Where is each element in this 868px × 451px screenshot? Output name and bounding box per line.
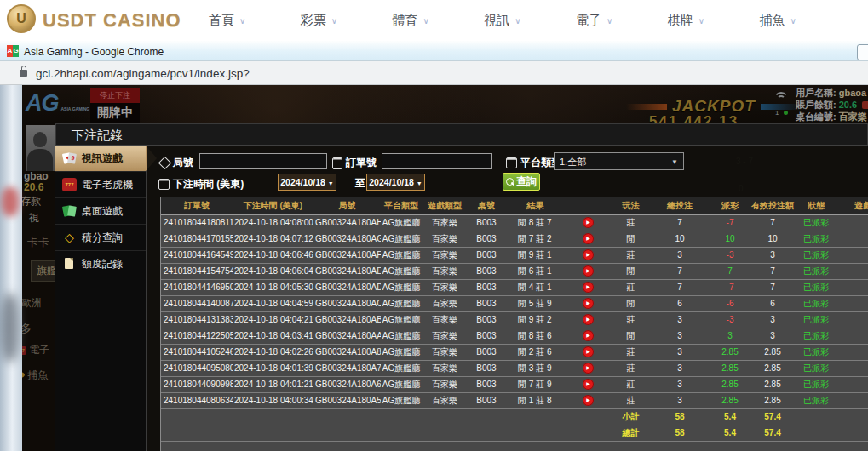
search-button[interactable]: 查詢 bbox=[503, 173, 540, 191]
replay-button[interactable]: ▶ bbox=[583, 265, 594, 277]
cell-extra: - bbox=[837, 296, 868, 311]
date-from-value: 2024/10/18 bbox=[280, 177, 325, 187]
cell-total: 7 bbox=[650, 215, 710, 231]
cell-status: 已派彩 bbox=[795, 296, 837, 311]
cell-total: 6 bbox=[650, 296, 710, 311]
summary-label: 總計 bbox=[612, 425, 650, 441]
favicon-a: A bbox=[7, 45, 13, 57]
replay-button[interactable]: ▶ bbox=[583, 233, 594, 244]
nav-item-fishing[interactable]: 捕魚∨ bbox=[760, 13, 796, 29]
cell-game: 百家樂 bbox=[422, 328, 468, 344]
menu-item-slots[interactable]: 777 電子老虎機 bbox=[55, 172, 146, 198]
menu-label: 視訊遊戲 bbox=[82, 151, 123, 166]
replay-button[interactable]: ▶ bbox=[583, 330, 594, 341]
chevron-down-icon: ∨ bbox=[606, 16, 612, 26]
platform-type-select[interactable]: 1.全部 ▼ bbox=[554, 152, 684, 170]
column-header: 遊戲檢視 bbox=[837, 197, 868, 214]
cell-valid: 57.4 bbox=[750, 409, 795, 425]
url-text[interactable]: gci.2hhapi.com/agingame/pcv1/index.jsp? bbox=[36, 67, 250, 80]
cell-platform: AG旗艦廳 bbox=[381, 231, 422, 247]
cell-round: GB00324A180AD bbox=[313, 280, 381, 295]
cell-result: 閒 3 莊 9 bbox=[505, 361, 565, 376]
cell-table: B003 bbox=[468, 361, 505, 376]
cell-game bbox=[422, 409, 468, 425]
table-row: 2410180441313832024-10-18 04:04:21GB0032… bbox=[161, 312, 868, 328]
nav-label: 首頁 bbox=[209, 13, 234, 29]
menu-item-live-games[interactable]: ♥9 視訊遊戲 bbox=[55, 146, 146, 172]
nav-label: 棋牌 bbox=[668, 13, 693, 29]
cell-table: B003 bbox=[468, 312, 505, 328]
menu-item-quota-records[interactable]: 額度記錄 bbox=[55, 251, 146, 277]
replay-button[interactable]: ▶ bbox=[583, 282, 594, 293]
order-number-input[interactable] bbox=[382, 153, 492, 169]
nav-item-cards[interactable]: 棋牌∨ bbox=[668, 13, 704, 29]
cell-order: 241018044122505 bbox=[161, 328, 233, 344]
cell-platform bbox=[381, 425, 422, 441]
cell-table: B003 bbox=[468, 345, 505, 360]
date-from-picker[interactable]: 2024/10/18 ▼ bbox=[278, 174, 336, 191]
dropdown-arrow-icon: ▼ bbox=[328, 180, 334, 186]
tag-icon bbox=[158, 157, 172, 170]
background-blob bbox=[2, 187, 19, 216]
replay-button[interactable]: ▶ bbox=[583, 298, 594, 309]
replay-button[interactable]: ▶ bbox=[583, 217, 594, 228]
cell-game bbox=[422, 425, 468, 441]
cell-order: 241018044131383 bbox=[161, 312, 233, 328]
round-number-input[interactable] bbox=[199, 153, 327, 169]
date-to-picker[interactable]: 2024/10/18 ▼ bbox=[366, 174, 425, 191]
cell-payout: 7 bbox=[710, 264, 750, 279]
cell-order: 241018044095080 bbox=[161, 361, 233, 376]
table-row: 2410180440806342024-10-18 04:00:34GB0032… bbox=[161, 393, 868, 409]
cell-payout: 2.85 bbox=[710, 393, 750, 408]
total-row: 總計585.457.4 bbox=[161, 425, 868, 442]
nav-label: 捕魚 bbox=[760, 13, 785, 29]
menu-item-points[interactable]: ◇ 積分查詢 bbox=[55, 225, 146, 251]
cell-round: GB00324A180A7 bbox=[313, 361, 381, 376]
cell-result: 閒 4 莊 1 bbox=[505, 280, 565, 295]
window-control-button[interactable] bbox=[857, 44, 868, 60]
table-row: 2410180441225052024-10-18 04:03:41GB0032… bbox=[161, 328, 868, 345]
nav-item-sports[interactable]: 體育∨ bbox=[393, 13, 429, 29]
cell-status: 已派彩 bbox=[795, 312, 837, 328]
cell-time: 2024-10-18 04:02:26 bbox=[233, 345, 313, 360]
cell-valid: 7 bbox=[750, 215, 795, 231]
cell-platform: AG旗艦廳 bbox=[381, 248, 422, 263]
column-header: 下注時間 (美東) bbox=[233, 197, 313, 214]
bet-time-filter-label: 下注時間 (美東) bbox=[158, 177, 244, 191]
replay-button[interactable]: ▶ bbox=[583, 346, 594, 357]
cell-table: B003 bbox=[468, 280, 505, 295]
cell-extra: - bbox=[837, 361, 868, 376]
replay-button[interactable]: ▶ bbox=[583, 363, 594, 374]
replay-button[interactable]: ▶ bbox=[583, 249, 594, 260]
cell-bet_on: 莊 bbox=[612, 377, 650, 392]
nav-item-home[interactable]: 首頁∨ bbox=[209, 13, 245, 29]
table-row: 2410180441400872024-10-18 04:04:59GB0032… bbox=[161, 296, 868, 312]
menu-item-table-games[interactable]: 桌面遊戲 bbox=[55, 198, 146, 225]
cell-payout: 2.85 bbox=[710, 377, 750, 392]
cell-replay bbox=[565, 425, 612, 441]
cell-valid: 3 bbox=[750, 328, 795, 344]
replay-button[interactable]: ▶ bbox=[583, 314, 594, 325]
cell-order: 241018044170155 bbox=[161, 231, 233, 247]
replay-button[interactable]: ▶ bbox=[583, 395, 594, 406]
cell-total: 3 bbox=[650, 393, 710, 408]
nav-item-lottery[interactable]: 彩票∨ bbox=[301, 13, 337, 29]
cell-result bbox=[505, 409, 565, 425]
cell-payout: 2.85 bbox=[710, 345, 750, 360]
cell-replay: ▶ bbox=[565, 231, 612, 247]
cell-order bbox=[161, 425, 233, 441]
table-row: 2410180441469502024-10-18 04:05:30GB0032… bbox=[161, 280, 868, 296]
nav-item-slots[interactable]: 電子∨ bbox=[576, 13, 612, 29]
column-header: 總投注 bbox=[650, 197, 710, 214]
date-to-value: 2024/10/18 bbox=[369, 177, 414, 187]
cell-payout: 3 bbox=[710, 328, 750, 344]
chevron-down-icon: ∨ bbox=[790, 16, 796, 26]
cell-order: 241018044105246 bbox=[161, 345, 233, 360]
nav-item-live[interactable]: 視訊∨ bbox=[484, 13, 520, 29]
cell-table: B003 bbox=[468, 393, 505, 408]
cell-extra: - bbox=[837, 328, 868, 344]
menu-label: 積分查詢 bbox=[82, 231, 123, 245]
selected-platform: 1.全部 bbox=[560, 157, 586, 167]
cell-game: 百家樂 bbox=[422, 248, 468, 263]
replay-button[interactable]: ▶ bbox=[583, 379, 594, 390]
